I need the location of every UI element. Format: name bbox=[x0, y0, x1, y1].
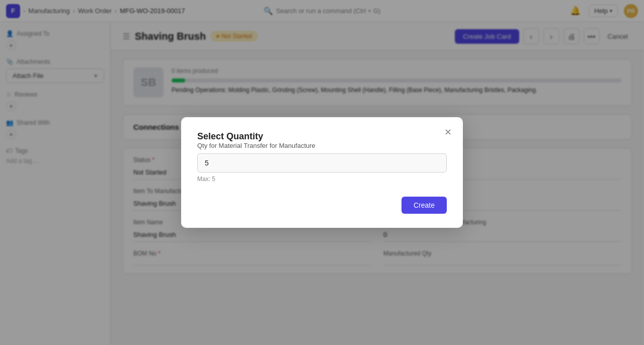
modal-title: Select Quantity bbox=[197, 131, 263, 141]
modal-create-button[interactable]: Create bbox=[401, 197, 447, 214]
modal-close-button[interactable]: ✕ bbox=[441, 125, 455, 139]
modal-qty-input[interactable] bbox=[197, 153, 447, 172]
modal-overlay: Select Quantity ✕ Qty for Material Trans… bbox=[0, 0, 644, 345]
modal-qty-label: Qty for Material Transfer for Manufactur… bbox=[197, 142, 447, 149]
modal-footer: Create bbox=[197, 197, 447, 214]
modal-max-hint: Max: 5 bbox=[197, 176, 447, 183]
select-quantity-modal: Select Quantity ✕ Qty for Material Trans… bbox=[181, 117, 463, 228]
